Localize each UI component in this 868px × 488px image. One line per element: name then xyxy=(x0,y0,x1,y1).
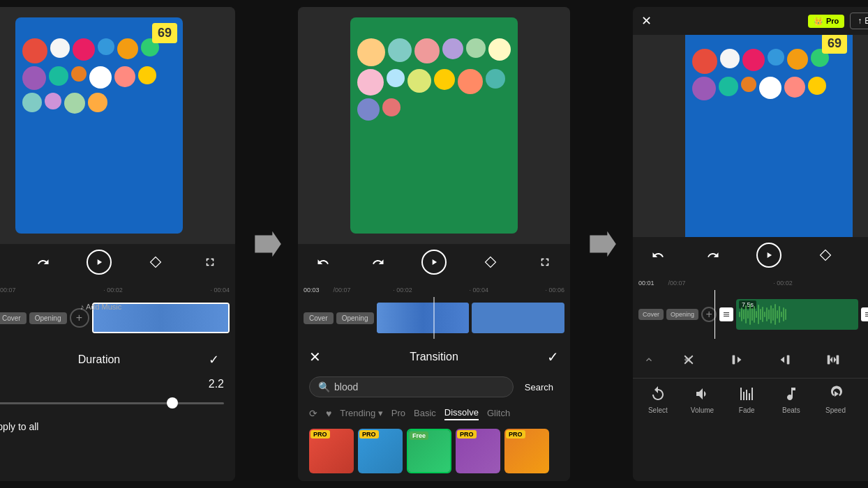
slider-track[interactable] xyxy=(0,402,224,404)
playback-controls-2 xyxy=(298,244,570,280)
history-icon[interactable]: ⟳ xyxy=(309,408,317,419)
transition-confirm-btn[interactable]: ✓ xyxy=(547,349,559,365)
glitch-tab[interactable]: Glitch xyxy=(487,406,510,420)
play-btn-3[interactable] xyxy=(756,243,781,268)
basket-image-2 xyxy=(350,17,518,234)
svg-rect-5 xyxy=(836,356,839,365)
transition-clip-2[interactable]: PRO xyxy=(358,429,403,473)
transition-close-btn[interactable]: ✕ xyxy=(309,349,321,365)
timeline-2: 00:03 /00:07 · 00:02 · 00:04 · 00:06 Cov… xyxy=(298,280,570,342)
fade-icon xyxy=(737,384,756,404)
duration-slider[interactable] xyxy=(0,396,224,410)
speed-icon xyxy=(826,384,846,404)
filter-tabs: ⟳ ♥ Trending ▾ Pro Basic Dissolve Glitch xyxy=(298,402,570,425)
duration-confirm-btn[interactable]: ✓ xyxy=(204,350,224,369)
add-music-label[interactable]: ♪ Add Music xyxy=(80,303,121,311)
transition-marker-2[interactable] xyxy=(861,307,868,321)
transition-bottom: ✕ Transition ✓ 🔍 Search ⟳ ♥ Trending ▾ P… xyxy=(298,342,570,481)
main-container: 69 xyxy=(0,0,868,488)
export-icon: ↑ xyxy=(858,16,862,26)
voiceover-tool[interactable]: Vo... xyxy=(858,384,868,414)
trim-left-btn[interactable] xyxy=(723,347,751,372)
timeline-3: 00:01 /00:07 · 00:02 · 00:04 Cover Openi… xyxy=(633,273,868,342)
fade-label: Fade xyxy=(739,406,755,414)
fullscreen-btn-1[interactable] xyxy=(199,251,221,273)
transition-clip-3-selected[interactable]: Free xyxy=(407,429,451,473)
transition-clip-4[interactable]: PRO xyxy=(456,429,500,473)
select-tool[interactable]: Select xyxy=(636,384,680,414)
time-total-3: /00:07 xyxy=(668,280,686,287)
play-btn-1[interactable] xyxy=(87,250,112,275)
clip-cover-3: Cover xyxy=(638,309,664,320)
basket-image-3: 69 xyxy=(685,35,853,237)
undo-btn-3[interactable] xyxy=(647,244,669,266)
keyframe-btn-2[interactable] xyxy=(479,251,502,273)
volume-tool[interactable]: Volume xyxy=(680,384,725,414)
crown-icon: 👑 xyxy=(814,17,823,26)
clip-strip-2[interactable] xyxy=(377,303,470,333)
select-label: Select xyxy=(648,406,668,414)
video-preview-1: 69 xyxy=(0,7,235,244)
fade-tool[interactable]: Fade xyxy=(724,384,769,414)
svg-rect-2 xyxy=(732,356,735,365)
clip-cover-2: Cover xyxy=(304,312,334,324)
trim-both-btn[interactable] xyxy=(819,347,847,372)
tools-row-1 xyxy=(633,342,868,379)
transition-marker-1[interactable] xyxy=(719,307,733,321)
play-btn-2[interactable] xyxy=(421,250,447,275)
editor-panel: ✕ 👑 Pro ↑ Export 69 xyxy=(633,7,868,481)
pro-badge-header[interactable]: 👑 Pro xyxy=(808,15,844,28)
playback-controls-3 xyxy=(633,237,868,273)
time-current-2: 00:03 xyxy=(304,287,320,293)
favorites-icon[interactable]: ♥ xyxy=(326,408,331,419)
free-badge-1: Free xyxy=(410,432,428,440)
basic-tab[interactable]: Basic xyxy=(414,406,436,420)
bottom-tools: Select Volume Fade xyxy=(633,342,868,481)
pro-badge-2: PRO xyxy=(359,430,379,439)
undo-btn-2[interactable] xyxy=(312,251,334,273)
export-label: Export xyxy=(865,16,868,26)
timeline-tracks-1: 🔊 Cover Opening + ♪ Add Music xyxy=(0,297,235,339)
duration-title: Duration xyxy=(78,353,120,366)
svg-marker-1 xyxy=(590,231,616,257)
redo-btn-3[interactable] xyxy=(702,244,724,266)
video-preview-3: 69 xyxy=(633,35,868,237)
clip-strip-3[interactable] xyxy=(472,303,564,333)
timeline-tracks-3: Cover Opening + 7.5s xyxy=(633,290,868,339)
redo-btn-2[interactable] xyxy=(367,251,389,273)
search-button[interactable]: Search xyxy=(519,379,559,395)
fullscreen-btn-2[interactable] xyxy=(534,251,556,273)
redo-btn-1[interactable] xyxy=(32,251,54,273)
apply-all-row-1[interactable]: Apply to all xyxy=(0,421,224,432)
timeline-tracks-2: Cover Opening xyxy=(298,297,570,339)
volume-icon xyxy=(693,384,712,404)
expand-btn[interactable] xyxy=(643,354,654,365)
clip-label-opening: Opening xyxy=(29,312,67,324)
dissolve-tab[interactable]: Dissolve xyxy=(444,406,479,420)
pro-badge-3: PRO xyxy=(457,430,477,439)
keyframe-btn-3[interactable] xyxy=(814,244,837,266)
pro-tab[interactable]: Pro xyxy=(391,406,405,420)
transition-clips: PRO PRO Free PRO PRO xyxy=(298,425,570,478)
slider-thumb[interactable] xyxy=(167,397,178,409)
search-icon: 🔍 xyxy=(318,381,330,392)
audio-waveform-track[interactable]: 7.5s xyxy=(736,299,858,330)
add-clip-btn[interactable]: + xyxy=(70,308,89,328)
speed-tool[interactable]: Speed xyxy=(814,384,858,414)
search-input[interactable] xyxy=(334,381,504,392)
search-box[interactable]: 🔍 xyxy=(309,376,514,397)
video-preview-2 xyxy=(298,7,570,244)
trending-tab[interactable]: Trending ▾ xyxy=(340,406,382,420)
beats-tool[interactable]: Beats xyxy=(769,384,814,414)
pro-badge-4: PRO xyxy=(506,430,525,439)
arrow-1 xyxy=(249,227,284,261)
transition-clip-1[interactable]: PRO xyxy=(309,429,354,473)
split-tool-btn[interactable] xyxy=(675,347,703,372)
editor-close-btn[interactable]: ✕ xyxy=(641,13,652,29)
transition-clip-5[interactable]: PRO xyxy=(504,429,549,473)
export-btn[interactable]: ↑ Export xyxy=(850,13,868,29)
keyframe-btn-1[interactable] xyxy=(144,251,167,273)
clip-opening-3: Opening xyxy=(666,309,698,320)
trim-right-btn[interactable] xyxy=(771,347,799,372)
select-icon xyxy=(648,384,668,404)
